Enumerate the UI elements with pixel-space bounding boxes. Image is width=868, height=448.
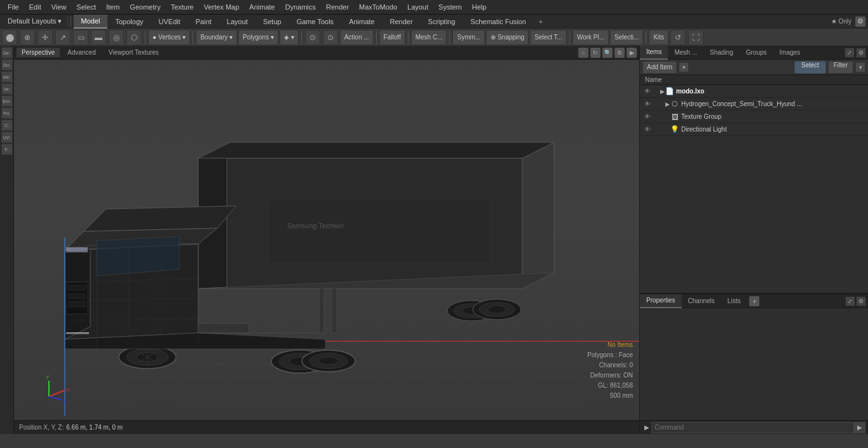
menu-dynamics[interactable]: Dynamics: [280, 2, 321, 12]
items-tab-images[interactable]: Images: [773, 46, 807, 60]
items-tab-groups[interactable]: Groups: [740, 46, 773, 60]
crosshair-icon[interactable]: ⊕: [20, 30, 35, 45]
eye-icon[interactable]: ⊙: [305, 30, 320, 45]
kits-button[interactable]: Kits: [649, 30, 668, 45]
props-tab-properties[interactable]: Properties: [640, 294, 682, 308]
filter-button[interactable]: Filter: [828, 61, 853, 74]
eye-visible-texture[interactable]: 👁: [642, 112, 653, 122]
viewport-home-btn[interactable]: ⌂: [578, 48, 588, 58]
viewport-tab-perspective[interactable]: Perspective: [17, 48, 60, 57]
tab-setup[interactable]: Setup: [255, 15, 289, 29]
tab-paint[interactable]: Paint: [188, 15, 219, 29]
tab-scripting[interactable]: Scripting: [421, 15, 463, 29]
left-tool-4[interactable]: Ve:: [1, 83, 13, 95]
tab-model[interactable]: Model: [74, 15, 108, 29]
add-item-button[interactable]: Add Item: [642, 61, 677, 74]
viewport-zoom-btn[interactable]: 🔍: [602, 48, 613, 58]
props-add-btn[interactable]: +: [749, 296, 759, 306]
props-tab-channels[interactable]: Channels: [682, 294, 721, 308]
boundary-button[interactable]: Boundary ▾: [196, 30, 237, 45]
vertices-button[interactable]: ● Vertices ▾: [148, 30, 190, 45]
arrow-mesh[interactable]: ▶: [664, 101, 670, 107]
polygons-button[interactable]: Polygons ▾: [238, 30, 278, 45]
tab-animate[interactable]: Animate: [341, 15, 382, 29]
circle-icon[interactable]: ◎: [109, 30, 124, 45]
left-tool-3[interactable]: Me:: [1, 71, 13, 83]
rotate-icon[interactable]: ↺: [670, 30, 686, 45]
left-tool-6[interactable]: Po:: [1, 107, 13, 119]
maximize-icon[interactable]: ⛶: [688, 30, 703, 45]
add-item-dropdown[interactable]: ▾: [679, 62, 689, 72]
item-row-texture[interactable]: 👁 🖼 Texture Group: [640, 111, 868, 123]
rect2-icon[interactable]: ▬: [91, 30, 106, 45]
menu-system[interactable]: System: [433, 2, 467, 12]
menu-file[interactable]: File: [3, 2, 24, 12]
menu-vertexmap[interactable]: Vertex Map: [199, 2, 245, 12]
menu-edit[interactable]: Edit: [24, 2, 46, 12]
tab-uvedit[interactable]: UVEdit: [151, 15, 188, 29]
workplane-button[interactable]: Work Pl...: [573, 30, 609, 45]
symmetry-button[interactable]: Symm...: [452, 30, 485, 45]
props-expand-btn[interactable]: ⤢: [846, 297, 855, 306]
menu-layout[interactable]: Layout: [402, 2, 433, 12]
mode-button[interactable]: ◈ ▾: [280, 30, 299, 45]
menu-select[interactable]: Select: [71, 2, 101, 12]
item-row-mesh[interactable]: 👁 ▶ ⬡ Hydrogen_Concept_Semi_Truck_Hyund …: [640, 98, 868, 111]
menu-maxtomodo[interactable]: MaxToModo: [354, 2, 402, 12]
left-tool-1[interactable]: De:: [1, 47, 13, 58]
snapping-button[interactable]: ⊕ Snapping: [486, 30, 529, 45]
action-button[interactable]: Action ...: [340, 30, 374, 45]
item-row-light[interactable]: 👁 💡 Directional Light: [640, 123, 868, 136]
items-tab-shading[interactable]: Shading: [703, 46, 740, 60]
menu-help[interactable]: Help: [467, 2, 492, 12]
tab-topology[interactable]: Topology: [107, 15, 151, 29]
viewport-canvas[interactable]: Samsung Techwin: [14, 60, 639, 420]
command-execute-btn[interactable]: ▶: [854, 422, 865, 433]
props-tab-lists[interactable]: Lists: [721, 294, 747, 308]
arrow-icon[interactable]: ↗: [55, 30, 71, 45]
items-tab-items[interactable]: Items: [640, 46, 668, 60]
tab-schematic[interactable]: Schematic Fusion: [463, 15, 533, 29]
menu-render[interactable]: Render: [321, 2, 354, 12]
selection-button[interactable]: Selecti...: [610, 30, 643, 45]
arrow-root[interactable]: ▶: [659, 88, 665, 95]
falloff-button[interactable]: Falloff: [379, 30, 405, 45]
mesh-button[interactable]: Mesh C...: [411, 30, 447, 45]
dot-icon[interactable]: ⬤: [2, 30, 17, 45]
menu-geometry[interactable]: Geometry: [125, 2, 165, 12]
left-tool-8[interactable]: UV:: [1, 132, 13, 143]
item-row-root[interactable]: 👁 ▶ 📄 modo.lxo: [640, 85, 868, 98]
default-layout-selector[interactable]: Default Layouts ▾: [3, 16, 68, 27]
viewport-settings-btn[interactable]: ⚙: [614, 48, 625, 58]
eye-visible-root[interactable]: 👁: [642, 86, 653, 97]
menu-texture[interactable]: Texture: [166, 2, 199, 12]
eye-visible-mesh[interactable]: 👁: [642, 99, 653, 109]
left-tool-9[interactable]: F:: [1, 144, 13, 155]
eye-visible-light[interactable]: 👁: [642, 125, 653, 135]
items-tab-mesh[interactable]: Mesh ...: [668, 46, 703, 60]
menu-item[interactable]: Item: [101, 2, 125, 12]
center-icon[interactable]: ✛: [37, 30, 53, 45]
items-options-btn[interactable]: ▾: [855, 62, 865, 72]
select-button[interactable]: Select: [794, 61, 826, 74]
menu-animate[interactable]: Animate: [244, 2, 280, 12]
layout-options-btn[interactable]: ⚙: [855, 17, 865, 27]
props-settings-btn[interactable]: ⚙: [857, 297, 865, 306]
left-tool-2[interactable]: Du:: [1, 59, 13, 71]
menu-view[interactable]: View: [46, 2, 72, 12]
viewport-expand-btn[interactable]: ▶: [627, 48, 637, 58]
items-panel-settings[interactable]: ⚙: [857, 48, 865, 57]
viewport-tab-advanced[interactable]: Advanced: [62, 48, 100, 57]
tab-add-button[interactable]: +: [534, 17, 548, 27]
viewport-tab-textures[interactable]: Viewport Textures: [104, 48, 164, 57]
command-bar-arrow[interactable]: ▶: [642, 423, 651, 432]
select-tool-button[interactable]: Select T...: [530, 30, 567, 45]
hex-icon[interactable]: ⬡: [126, 30, 142, 45]
command-input-field[interactable]: [651, 422, 854, 433]
tab-render[interactable]: Render: [382, 15, 420, 29]
items-panel-expand[interactable]: ⤢: [845, 48, 854, 57]
eye2-icon[interactable]: ⊙: [323, 30, 338, 45]
rect-icon[interactable]: ▭: [73, 30, 88, 45]
tab-gametools[interactable]: Game Tools: [289, 15, 342, 29]
left-tool-7[interactable]: C:: [1, 119, 13, 131]
